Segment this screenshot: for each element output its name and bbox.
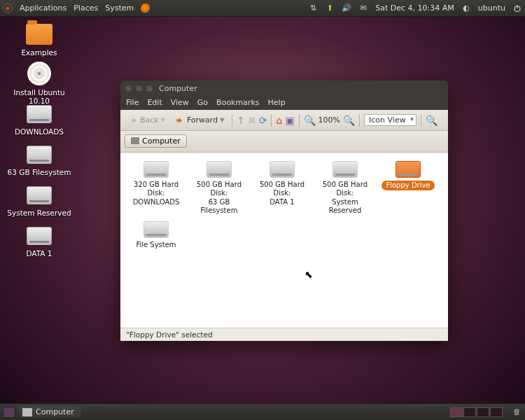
zoom-out-icon[interactable]: 🔍 xyxy=(304,115,316,126)
drive-icon xyxy=(144,161,169,178)
zoom-in-icon[interactable]: 🔍 xyxy=(343,115,355,126)
hdd-icon xyxy=(27,186,52,204)
desktop-icon-label: Examples xyxy=(6,48,73,57)
menu-system[interactable]: System xyxy=(105,4,134,13)
desktop-icon-downloads[interactable]: DOWNLOADS xyxy=(6,101,73,136)
search-icon[interactable]: 🔍 xyxy=(426,115,438,126)
firefox-icon[interactable] xyxy=(141,4,150,13)
titlebar[interactable]: Computer xyxy=(120,80,448,96)
fm-item-label: 63 GB Filesystem xyxy=(189,198,249,216)
arrow-right-icon xyxy=(175,115,185,125)
icon-view[interactable]: 320 GB Hard Disk:DOWNLOADS500 GB Hard Di… xyxy=(120,153,448,328)
drive-icon xyxy=(206,161,232,178)
zoom-level: 100% xyxy=(318,115,340,125)
status-bar: "Floppy Drive" selected xyxy=(120,328,448,341)
menubar: File Edit View Go Bookmarks Help xyxy=(120,96,448,110)
network-icon[interactable]: ⇅ xyxy=(308,4,318,13)
updates-icon[interactable]: ⬆ xyxy=(325,4,335,13)
menu-edit[interactable]: Edit xyxy=(147,98,162,107)
fm-item-label: 320 GB Hard Disk: xyxy=(126,181,186,198)
window-title: Computer xyxy=(159,84,197,93)
menu-help[interactable]: Help xyxy=(268,98,286,107)
desktop-icon-label: System Reserved xyxy=(6,209,73,217)
toolbar: Back ▼ Forward ▼ ↑ ✖ ⟳ ⌂ ▣ 🔍 100% 🔍 Icon… xyxy=(120,110,448,131)
fm-item[interactable]: File System xyxy=(126,220,186,250)
menu-file[interactable]: File xyxy=(126,98,139,107)
pathbar: Computer xyxy=(120,131,448,153)
menu-bookmarks[interactable]: Bookmarks xyxy=(216,98,259,107)
desktop-icon-label: 63 GB Filesystem xyxy=(6,168,73,176)
fm-item[interactable]: 500 GB Hard Disk:DATA 1 xyxy=(252,160,312,216)
menu-view[interactable]: View xyxy=(171,98,189,107)
desktop-icon-label: DATA 1 xyxy=(6,249,73,258)
desktop-icon-label: DOWNLOADS xyxy=(6,127,73,136)
maximize-button[interactable] xyxy=(146,85,153,92)
desktop-icon-examples[interactable]: Examples xyxy=(6,21,73,57)
stop-icon[interactable]: ✖ xyxy=(248,115,256,126)
reload-icon[interactable]: ⟳ xyxy=(259,115,267,126)
folder-icon xyxy=(26,24,52,45)
fm-item-label: DATA 1 xyxy=(252,198,312,207)
fm-item[interactable]: 320 GB Hard Disk:DOWNLOADS xyxy=(126,160,186,216)
ubuntu-logo-icon[interactable]: ◉ xyxy=(3,4,13,13)
arrow-left-icon xyxy=(128,115,138,125)
drive-icon xyxy=(270,161,295,178)
minimize-button[interactable] xyxy=(135,85,143,92)
fm-item-label: Floppy Drive xyxy=(382,181,434,191)
chevron-down-icon: ▼ xyxy=(161,117,165,123)
bottom-panel: Computer 🗑 xyxy=(0,403,525,420)
fm-item[interactable]: Floppy Drive xyxy=(378,160,438,216)
taskbar-item-computer[interactable]: Computer xyxy=(20,406,81,418)
hdd-icon xyxy=(27,146,52,164)
volume-icon[interactable]: 🔊 xyxy=(342,4,351,13)
home-icon[interactable]: ⌂ xyxy=(276,115,282,126)
workspace-switcher[interactable] xyxy=(450,407,503,417)
drive-icon xyxy=(332,161,358,178)
path-computer-button[interactable]: Computer xyxy=(125,134,187,148)
drive-icon xyxy=(396,161,421,178)
fm-item-label: File System xyxy=(126,241,186,250)
cd-icon xyxy=(27,62,51,85)
session-icon[interactable]: ◐ xyxy=(461,4,471,13)
trash-icon[interactable]: 🗑 xyxy=(511,407,522,418)
desktop-icon-data1[interactable]: DATA 1 xyxy=(6,223,73,258)
desktop[interactable]: Examples Install Ubuntu 10.10 DOWNLOADS … xyxy=(0,17,525,403)
fm-item-label: 500 GB Hard Disk: xyxy=(315,181,375,198)
menu-places[interactable]: Places xyxy=(74,4,98,13)
fm-item-label: System Reserved xyxy=(315,198,375,216)
hdd-icon xyxy=(27,227,52,245)
file-manager-window: Computer File Edit View Go Bookmarks Hel… xyxy=(120,80,448,341)
fm-item-label: 500 GB Hard Disk: xyxy=(252,181,312,198)
workspace-4[interactable] xyxy=(490,407,503,417)
fm-item-label: DOWNLOADS xyxy=(126,198,186,207)
top-panel: ◉ Applications Places System ⇅ ⬆ 🔊 ✉ Sat… xyxy=(0,0,525,17)
computer-icon xyxy=(131,137,139,144)
computer-icon[interactable]: ▣ xyxy=(285,115,294,126)
desktop-icon-sysres[interactable]: System Reserved xyxy=(6,182,73,217)
hdd-icon xyxy=(27,105,52,123)
fm-item[interactable]: 500 GB Hard Disk:63 GB Filesystem xyxy=(189,160,249,216)
fm-item-label: 500 GB Hard Disk: xyxy=(189,181,249,198)
menu-go[interactable]: Go xyxy=(197,98,208,107)
back-button[interactable]: Back ▼ xyxy=(125,114,169,127)
window-icon xyxy=(22,408,32,416)
user-menu[interactable]: ubuntu xyxy=(478,4,505,13)
power-icon[interactable] xyxy=(512,4,522,13)
show-desktop-button[interactable] xyxy=(3,407,15,418)
chevron-down-icon: ▼ xyxy=(220,117,224,123)
desktop-icon-63gb[interactable]: 63 GB Filesystem xyxy=(6,141,73,176)
forward-button[interactable]: Forward ▼ xyxy=(172,114,227,127)
drive-icon xyxy=(144,221,169,238)
menu-applications[interactable]: Applications xyxy=(20,4,66,13)
up-icon[interactable]: ↑ xyxy=(237,115,245,126)
workspace-2[interactable] xyxy=(463,407,476,417)
view-mode-select[interactable]: Icon View xyxy=(364,114,416,126)
close-button[interactable] xyxy=(125,85,132,92)
workspace-1[interactable] xyxy=(450,407,463,417)
workspace-3[interactable] xyxy=(477,407,489,417)
mail-icon[interactable]: ✉ xyxy=(358,4,368,13)
clock[interactable]: Sat Dec 4, 10:34 AM xyxy=(375,4,454,13)
desktop-icon-install[interactable]: Install Ubuntu 10.10 xyxy=(6,60,73,105)
status-text: "Floppy Drive" selected xyxy=(126,330,213,339)
fm-item[interactable]: 500 GB Hard Disk:System Reserved xyxy=(315,160,375,216)
